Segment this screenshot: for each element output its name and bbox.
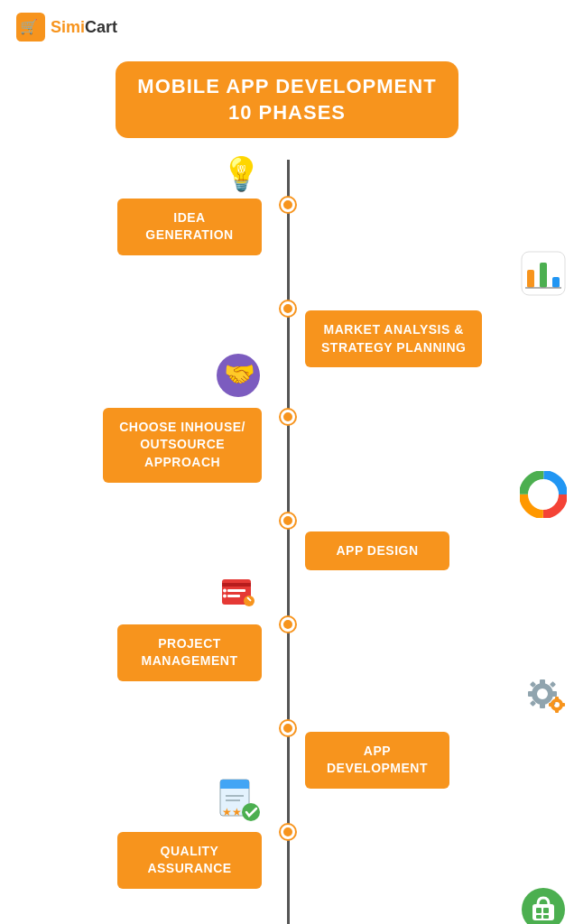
phase-3-icon: 🤝	[215, 352, 262, 402]
phase-row-7: ★★★ QUALITYASSURANCE	[0, 782, 574, 882]
phase-2-right: MARKET ANALYSIS &STRATEGY PLANNING	[296, 250, 574, 367]
phase-3-connector-line	[236, 444, 262, 446]
svg-rect-24	[540, 679, 545, 685]
phase-6-right: APPDEVELOPMENT	[296, 669, 574, 789]
timeline: 💡 IDEAGENERATION	[0, 160, 574, 924]
phase-row-1: 💡 IDEAGENERATION	[0, 160, 574, 250]
svg-text:🛒: 🛒	[20, 18, 38, 35]
phase-7-connector-line	[236, 859, 262, 861]
phase-5-dot	[281, 617, 295, 632]
svg-rect-40	[220, 785, 249, 789]
phase-8-right: DEPLOYMENT	[296, 886, 574, 924]
svg-rect-29	[550, 681, 556, 688]
svg-point-23	[539, 690, 546, 698]
phase-row-8: DEPLOYMENT	[0, 891, 574, 924]
svg-rect-3	[527, 270, 534, 288]
phase-2-dot	[281, 301, 295, 316]
svg-point-20	[244, 596, 255, 606]
main-title: MOBILE APP DEVELOPMENT 10 PHASES	[134, 74, 440, 125]
svg-rect-25	[540, 703, 545, 708]
phase-1-left: 💡 IDEAGENERATION	[0, 155, 271, 255]
phase-4-icon	[520, 471, 567, 526]
svg-rect-47	[536, 908, 542, 913]
phase-3-dot	[281, 410, 295, 424]
phase-3-left: 🤝 CHOOSE INHOUSE/OUTSOURCEAPPROACH	[0, 352, 271, 483]
svg-rect-34	[555, 697, 559, 700]
phase-2-icon	[520, 250, 567, 305]
phase-5-icon	[215, 568, 262, 619]
svg-rect-16	[227, 589, 245, 592]
svg-rect-27	[551, 691, 557, 697]
svg-rect-49	[536, 915, 542, 919]
phase-1-dot	[281, 198, 295, 212]
phase-4-connector-line	[305, 550, 330, 552]
svg-rect-35	[555, 709, 559, 713]
phase-5-left: PROJECTMANAGEMENT	[0, 568, 271, 681]
svg-rect-15	[222, 583, 251, 587]
svg-point-18	[223, 588, 227, 592]
phase-7-icon: ★★★	[215, 776, 262, 827]
svg-point-13	[531, 482, 556, 507]
phase-6-icon	[517, 669, 567, 726]
svg-point-44	[242, 803, 260, 821]
svg-rect-4	[540, 263, 547, 288]
svg-rect-5	[552, 277, 560, 288]
phase-8-icon	[520, 886, 567, 924]
phase-7-left: ★★★ QUALITYASSURANCE	[0, 776, 271, 889]
phase-4-dot	[281, 513, 295, 528]
phase-row-6: APPDEVELOPMENT	[0, 683, 574, 773]
phase-2-connector-line	[305, 338, 330, 340]
svg-rect-48	[543, 908, 549, 913]
phase-7-dot	[281, 825, 295, 839]
phase-row-5: PROJECTMANAGEMENT	[0, 575, 574, 674]
phase-row-3: 🤝 CHOOSE INHOUSE/OUTSOURCEAPPROACH	[0, 367, 574, 467]
phase-row-2: MARKET ANALYSIS &STRATEGY PLANNING	[0, 259, 574, 358]
logo-text: SimiCart	[51, 18, 117, 37]
main-title-box: MOBILE APP DEVELOPMENT 10 PHASES	[116, 61, 458, 138]
phase-2-label: MARKET ANALYSIS &STRATEGY PLANNING	[305, 310, 482, 367]
svg-text:🤝: 🤝	[224, 359, 255, 389]
logo-area: 🛒 SimiCart	[0, 0, 574, 54]
simicart-logo-icon: 🛒	[16, 13, 45, 42]
svg-rect-17	[227, 595, 240, 597]
svg-rect-36	[549, 703, 552, 707]
phase-5-connector-line	[236, 651, 262, 653]
phase-6-dot	[281, 721, 295, 735]
svg-rect-50	[543, 915, 549, 919]
svg-rect-26	[528, 691, 533, 697]
svg-point-19	[223, 594, 227, 597]
svg-point-33	[555, 703, 559, 707]
phase-6-connector-line	[305, 759, 330, 761]
phase-4-right: APP DESIGN	[296, 471, 574, 571]
phase-1-connector-line	[236, 226, 262, 227]
svg-rect-37	[561, 703, 565, 707]
phase-row-4: APP DESIGN	[0, 476, 574, 566]
phase-1-icon: 💡	[221, 155, 262, 193]
